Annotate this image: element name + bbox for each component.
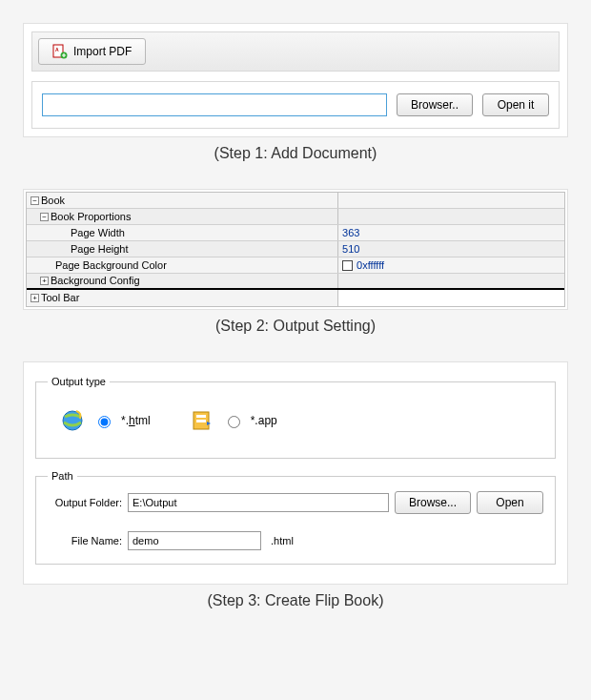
prop-label: Tool Bar (41, 290, 79, 306)
svg-rect-6 (196, 420, 206, 422)
import-pdf-label: Import PDF (73, 45, 132, 58)
step3-caption: (Step 3: Create Flip Book) (23, 592, 568, 609)
output-folder-label: Output Folder: (48, 497, 122, 508)
step1-toolbar: A Import PDF (31, 31, 560, 72)
globe-icon (59, 407, 86, 434)
import-pdf-button[interactable]: A Import PDF (38, 38, 146, 65)
prop-label: Book Proportions (51, 209, 131, 225)
preview-placeholder (316, 401, 420, 441)
app-radio-label: *.app (251, 414, 277, 427)
file-name-input[interactable] (128, 531, 261, 550)
open-it-button[interactable]: Open it (482, 93, 549, 116)
color-swatch-icon (342, 260, 353, 271)
step1-body: Browser.. Open it (31, 81, 560, 129)
file-ext-label: .html (271, 535, 294, 546)
browse-button[interactable]: Browse... (395, 491, 471, 514)
prop-value[interactable]: 363 (338, 225, 564, 240)
step2-panel: − Book − Book Proportions Page Width 363… (23, 189, 568, 310)
prop-row-page-width[interactable]: Page Width 363 (27, 225, 564, 241)
prop-label: Page Height (71, 241, 129, 257)
step1-caption: (Step 1: Add Document) (23, 145, 568, 162)
prop-label: Page Background Color (55, 257, 167, 274)
prop-label: Book (41, 193, 65, 209)
output-type-legend: Output type (48, 376, 110, 387)
file-name-label: File Name: (48, 535, 122, 546)
prop-value[interactable]: 510 (338, 241, 564, 257)
app-package-icon (189, 407, 215, 434)
html-radio-label: *.html (121, 414, 151, 427)
prop-value[interactable]: 0xffffff (338, 257, 564, 273)
path-fieldset: Path Output Folder: Browse... Open File … (35, 470, 556, 565)
step3-panel: Output type *.html (23, 361, 568, 585)
browser-button[interactable]: Browser.. (397, 93, 473, 116)
collapse-icon[interactable]: − (40, 213, 49, 221)
svg-text:A: A (55, 47, 59, 52)
pdf-add-icon: A (52, 44, 68, 59)
html-radio[interactable] (98, 416, 111, 428)
document-path-input[interactable] (42, 93, 387, 116)
path-legend: Path (48, 470, 77, 482)
prop-row-page-height[interactable]: Page Height 510 (27, 241, 564, 257)
step2-caption: (Step 2: Output Setting) (23, 318, 568, 335)
prop-row-page-bg-color[interactable]: Page Background Color 0xffffff (27, 257, 564, 274)
step1-panel: A Import PDF Browser.. Open it (23, 23, 568, 137)
prop-row-book[interactable]: − Book (27, 193, 564, 209)
prop-row-book-proportions[interactable]: − Book Proportions (27, 209, 564, 225)
prop-row-tool-bar[interactable]: + Tool Bar (27, 290, 564, 306)
svg-rect-5 (196, 415, 206, 418)
prop-label: Background Config (51, 273, 140, 289)
prop-label: Page Width (71, 225, 125, 241)
open-button[interactable]: Open (477, 491, 543, 514)
prop-row-background-config[interactable]: + Background Config (27, 274, 564, 290)
output-type-fieldset: Output type *.html (35, 376, 556, 459)
app-radio[interactable] (228, 416, 240, 428)
expand-icon[interactable]: + (31, 294, 39, 302)
property-grid: − Book − Book Proportions Page Width 363… (26, 192, 565, 307)
output-folder-input[interactable] (128, 493, 389, 512)
expand-icon[interactable]: + (40, 277, 49, 285)
output-type-html-option[interactable]: *.html (59, 407, 151, 434)
collapse-icon[interactable]: − (31, 196, 39, 205)
output-type-app-option[interactable]: *.app (189, 407, 277, 434)
